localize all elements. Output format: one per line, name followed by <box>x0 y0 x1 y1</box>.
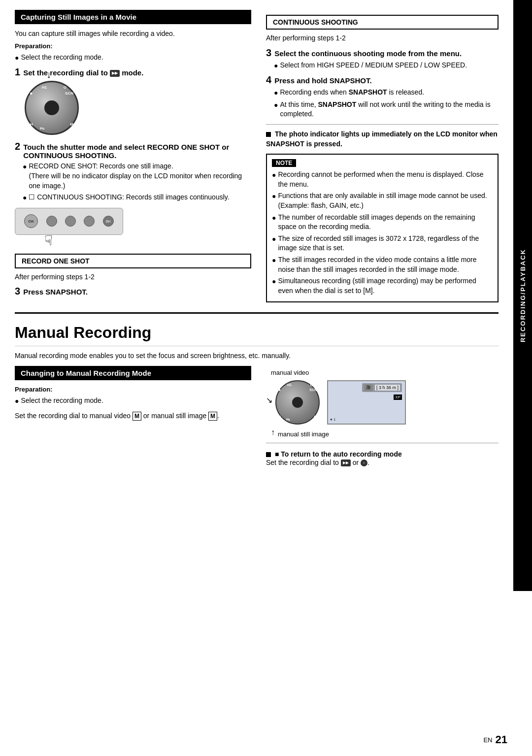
step2-number: 2 <box>15 141 20 152</box>
step3-number-left: 3 <box>15 286 20 297</box>
note-bullet3: ● The number of recordable still images … <box>272 213 493 232</box>
btn4 <box>84 216 95 227</box>
m-still-box: M <box>208 412 217 421</box>
manual-video-label: manual video <box>271 369 499 376</box>
black-square-icon <box>266 132 271 137</box>
main-content: Capturing Still Images in a Movie You ca… <box>0 0 513 480</box>
continuous-after: After performing steps 1-2 <box>266 33 499 43</box>
manual-still-label: manual still image <box>278 430 329 438</box>
return-movie-icon: ▶▶ <box>341 460 351 466</box>
bottom-preparation-bullet: ● Select the recording mode. <box>15 396 251 406</box>
note-bullet5: ● The still images recorded in the video… <box>272 255 493 274</box>
bottom-left: Changing to Manual Recording Mode Prepar… <box>15 366 251 471</box>
dial-container-step1: ↓ H1 O SCN M H₁ H ■ <box>25 81 251 135</box>
btn3 <box>65 216 76 227</box>
step4-number: 4 <box>266 74 271 86</box>
dial-down-arrow: ↓ <box>46 69 51 80</box>
note-box: NOTE ● Recording cannot be performed whe… <box>266 154 499 302</box>
return-black-square <box>266 452 271 457</box>
step3-bullet1: ● Select from HIGH SPEED / MEDIUM SPEED … <box>274 61 499 71</box>
return-heading: ■ To return to the auto recording mode <box>266 450 499 458</box>
left-column: Capturing Still Images in a Movie You ca… <box>15 10 251 302</box>
manual-diagram: manual video ↘ H1 O SCN M H₁ <box>266 369 499 438</box>
ok-button: OK <box>24 214 38 228</box>
step1-text: Set the recording dial to ▶▶ mode. <box>23 68 143 77</box>
bottom-section: Manual Recording Manual recording mode e… <box>15 324 499 470</box>
step2-bullet2: ● ☐ CONTINUOUS SHOOTING: Records still i… <box>23 193 251 203</box>
note-bullet4: ● The size of recorded still images is 3… <box>272 234 493 253</box>
sidebar-label: RECORDING/PLAYBACK <box>519 249 527 342</box>
record-one-shot-after: After performing steps 1-2 <box>15 272 251 282</box>
bottom-preparation-label: Preparation: <box>15 385 251 394</box>
dial-image: H1 O SCN M H₁ H ■ <box>25 81 79 135</box>
dial-small-image: H1 O SCN M H₁ H ■ <box>275 380 320 425</box>
capturing-still-header: Capturing Still Images in a Movie <box>15 10 251 24</box>
btn2 <box>46 216 57 227</box>
manual-recording-intro: Manual recording mode enables you to set… <box>15 351 499 361</box>
cam-time-text: [ 3 h 36 m ] <box>375 385 400 391</box>
preparation-label: Preparation: <box>15 42 251 51</box>
step3-heading-right: Select the continuous shooting mode from… <box>274 49 462 58</box>
note-bullet1: ● Recording cannot be performed when the… <box>272 170 493 189</box>
step4-row: 4 Press and hold SNAPSHOT. <box>266 74 499 86</box>
bottom-right: manual video ↘ H1 O SCN M H₁ <box>266 366 499 471</box>
intro-text: You can capture still images while recor… <box>15 29 251 39</box>
page-number-area: EN 21 <box>483 733 507 746</box>
step4-heading: Press and hold SNAPSHOT. <box>274 76 372 85</box>
dial-wrapper: ↓ H1 O SCN M H₁ H ■ <box>25 81 79 135</box>
note-bullet6: ● Simultaneous recording (still image re… <box>272 276 493 296</box>
note-bullet2: ● Functions that are only available in s… <box>272 191 493 210</box>
note-label: NOTE <box>272 159 296 167</box>
divider1 <box>266 124 499 125</box>
step3-row-right: 3 Select the continuous shooting mode fr… <box>266 47 499 59</box>
step2-row: 2 Touch the shutter mode and select RECO… <box>15 141 251 160</box>
step3-row-left: 3 Press SNAPSHOT. <box>15 286 251 297</box>
sidebar-tab: RECORDING/PLAYBACK <box>513 0 532 591</box>
cam-rec-icon: 🎥 <box>364 384 373 391</box>
page-number: 21 <box>496 733 507 746</box>
return-heading-text: ■ To return to the auto recording mode <box>275 450 402 458</box>
cam-icon-row: 🎥 [ 3 h 36 m ] <box>362 383 402 392</box>
button-strip: OK BH <box>15 208 123 235</box>
manual-video-arrow: ↘ <box>266 395 272 405</box>
highlight-para: The photo indicator lights up immediatel… <box>266 130 499 149</box>
set-dial-text: Set the recording dial to manual video M… <box>15 411 251 421</box>
en-label: EN <box>483 736 492 744</box>
record-one-shot-header: RECORD ONE SHOT <box>15 254 251 268</box>
right-column: CONTINUOUS SHOOTING After performing ste… <box>266 10 499 302</box>
bottom-two-col: Changing to Manual Recording Mode Prepar… <box>15 366 499 471</box>
cam-quality-badge: XP <box>394 394 402 400</box>
step3-number-right: 3 <box>266 47 271 59</box>
manual-recording-title: Manual Recording <box>15 324 499 346</box>
bh-button: BH <box>103 216 114 227</box>
continuous-header: CONTINUOUS SHOOTING <box>266 15 499 30</box>
m-video-box: M <box>133 412 141 421</box>
step3-text-left: Press SNAPSHOT. <box>23 288 88 296</box>
step2-text: Touch the shutter mode and select RECORD… <box>23 143 251 160</box>
step2-bullet1: ● RECORD ONE SHOT: Records one still ima… <box>23 162 251 191</box>
camera-screen-mock: 🎥 [ 3 h 36 m ] XP ● 1 <box>327 380 406 425</box>
top-section: Capturing Still Images in a Movie You ca… <box>15 10 499 314</box>
diagram-row: H1 O SCN M H₁ H ■ <box>275 380 406 425</box>
step4-bullet2: ● At this time, SNAPSHOT will not work u… <box>274 100 499 119</box>
step4-bullet1: ● Recording ends when SNAPSHOT is releas… <box>274 88 499 98</box>
changing-header: Changing to Manual Recording Mode <box>15 366 251 380</box>
manual-still-arrow: ↑ <box>271 428 275 437</box>
return-text: Set the recording dial to ▶▶ or ○. <box>266 458 499 468</box>
bottom-divider <box>266 443 499 443</box>
button-strip-container: OK BH ☟ <box>15 208 251 249</box>
step1-number: 1 <box>15 66 20 78</box>
return-photo-icon: ○ <box>361 460 367 466</box>
preparation-bullet: ● Select the recording mode. <box>15 53 251 63</box>
